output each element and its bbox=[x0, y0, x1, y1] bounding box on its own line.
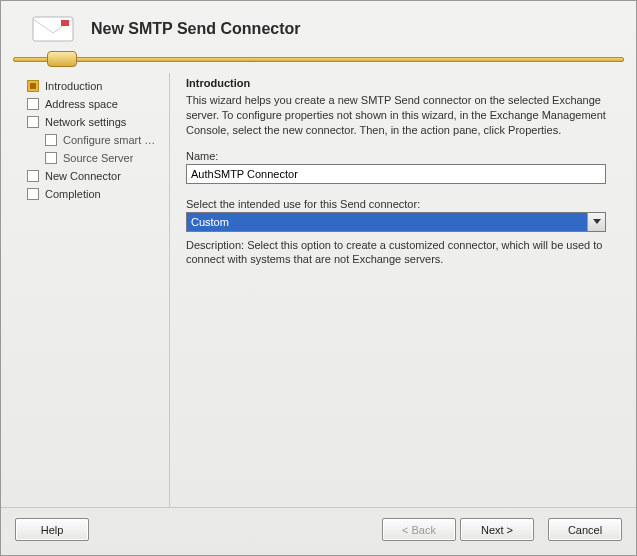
use-label: Select the intended use for this Send co… bbox=[186, 198, 606, 210]
back-button[interactable]: < Back bbox=[382, 518, 456, 541]
wizard-content: Introduction This wizard helps you creat… bbox=[174, 73, 624, 507]
step-network-settings[interactable]: Network settings bbox=[27, 113, 161, 131]
wizard-steps-sidebar: Introduction Address space Network setti… bbox=[13, 73, 165, 507]
vertical-divider bbox=[169, 73, 170, 507]
step-completion[interactable]: Completion bbox=[27, 185, 161, 203]
wizard-window: New SMTP Send Connector Introduction Add… bbox=[0, 0, 637, 556]
use-description: Description: Select this option to creat… bbox=[186, 238, 606, 268]
chevron-down-icon bbox=[593, 219, 601, 225]
step-source-server[interactable]: Source Server bbox=[27, 149, 161, 167]
next-button[interactable]: Next > bbox=[460, 518, 534, 541]
wizard-footer: Help < Back Next > Cancel bbox=[1, 507, 636, 555]
connector-name-input[interactable] bbox=[186, 164, 606, 184]
mail-icon bbox=[25, 13, 81, 45]
wizard-header: New SMTP Send Connector bbox=[1, 1, 636, 51]
dropdown-button[interactable] bbox=[587, 213, 605, 231]
name-label: Name: bbox=[186, 150, 606, 162]
step-new-connector[interactable]: New Connector bbox=[27, 167, 161, 185]
svg-marker-2 bbox=[593, 219, 601, 224]
step-introduction[interactable]: Introduction bbox=[27, 77, 161, 95]
cancel-button[interactable]: Cancel bbox=[548, 518, 622, 541]
intended-use-value: Custom bbox=[187, 213, 587, 231]
step-address-space[interactable]: Address space bbox=[27, 95, 161, 113]
intro-text: This wizard helps you create a new SMTP … bbox=[186, 93, 606, 138]
step-configure-smart-host-auth[interactable]: Configure smart host authenticatio... bbox=[27, 131, 161, 149]
help-button[interactable]: Help bbox=[15, 518, 89, 541]
content-heading: Introduction bbox=[186, 77, 606, 89]
header-divider bbox=[13, 51, 624, 67]
svg-rect-1 bbox=[61, 20, 69, 26]
wizard-body: Introduction Address space Network setti… bbox=[1, 73, 636, 507]
wizard-title: New SMTP Send Connector bbox=[91, 20, 301, 38]
intended-use-select[interactable]: Custom bbox=[186, 212, 606, 232]
